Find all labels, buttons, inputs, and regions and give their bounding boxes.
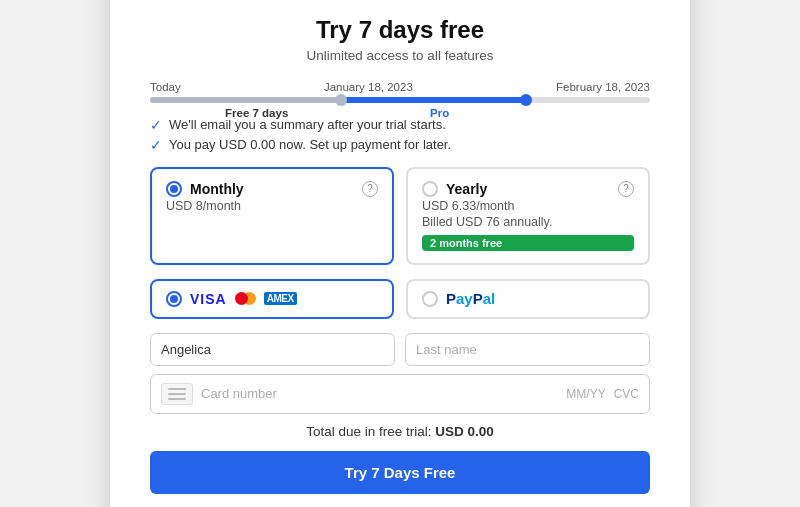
- mc-left: [235, 292, 248, 305]
- yearly-label: Yearly: [446, 181, 487, 197]
- billing-options: Monthly ? USD 8/month Yearly ? USD 6.33/…: [150, 167, 650, 265]
- payment-options: VISA AMEX PayPal: [150, 279, 650, 319]
- check-text-2: You pay USD 0.00 now. Set up payment for…: [169, 137, 451, 152]
- monthly-label: Monthly: [190, 181, 244, 197]
- timeline-labels: Today January 18, 2023 February 18, 2023: [150, 81, 650, 93]
- first-name-field[interactable]: [150, 333, 395, 366]
- billing-monthly-radio-row: Monthly: [166, 181, 244, 197]
- try-free-button[interactable]: Try 7 Days Free: [150, 451, 650, 494]
- page-title: Try 7 days free: [150, 16, 650, 44]
- checklist: ✓ We'll email you a summary after your t…: [150, 117, 650, 153]
- card-expiry-label: MM/YY: [566, 387, 605, 401]
- timeline-filled-blue: [340, 97, 525, 103]
- card-lines: [168, 388, 186, 400]
- segment-pro: Pro: [430, 107, 449, 119]
- timeline-dot-left: [335, 94, 347, 106]
- name-fields: [150, 333, 650, 366]
- paypal-icon: PayPal: [446, 290, 495, 308]
- check-item-2: ✓ You pay USD 0.00 now. Set up payment f…: [150, 137, 650, 153]
- payment-card-option[interactable]: VISA AMEX: [150, 279, 394, 319]
- monthly-radio[interactable]: [166, 181, 182, 197]
- last-name-field[interactable]: [405, 333, 650, 366]
- billing-yearly-top: Yearly ?: [422, 181, 634, 197]
- card-line-1: [168, 388, 186, 390]
- total-label: Total due in free trial:: [306, 424, 431, 439]
- card-cvc-label: CVC: [614, 387, 639, 401]
- timeline-section: Today January 18, 2023 February 18, 2023…: [150, 81, 650, 107]
- footer-text: By continuing, your 7-day free trial wil…: [150, 504, 650, 508]
- timeline-label-jan: January 18, 2023: [324, 81, 413, 93]
- check-icon-2: ✓: [150, 137, 162, 153]
- yearly-radio[interactable]: [422, 181, 438, 197]
- segment-free: Free 7 days: [225, 107, 288, 119]
- card-radio-dot: [170, 295, 178, 303]
- amex-icon: AMEX: [264, 292, 297, 305]
- card-icon: [161, 383, 193, 405]
- card-radio[interactable]: [166, 291, 182, 307]
- timeline-label-feb: February 18, 2023: [556, 81, 650, 93]
- monthly-help-icon[interactable]: ?: [362, 181, 378, 197]
- mastercard-icon: [235, 292, 256, 305]
- yearly-billed: Billed USD 76 annually.: [422, 215, 634, 229]
- billing-yearly-radio-row: Yearly: [422, 181, 487, 197]
- timeline-dot-right: [520, 94, 532, 106]
- modal: Need more seats? Check the Team plan × T…: [110, 0, 690, 507]
- timeline-track: [150, 97, 650, 103]
- billing-monthly[interactable]: Monthly ? USD 8/month: [150, 167, 394, 265]
- card-line-3: [168, 398, 186, 400]
- timeline-label-today: Today: [150, 81, 181, 93]
- payment-paypal-option[interactable]: PayPal: [406, 279, 650, 319]
- timeline-filled-gray: [150, 97, 340, 103]
- total-row: Total due in free trial: USD 0.00: [150, 424, 650, 439]
- yearly-help-icon[interactable]: ?: [618, 181, 634, 197]
- card-number-label: Card number: [201, 386, 558, 401]
- check-icon-1: ✓: [150, 117, 162, 133]
- visa-icon: VISA: [190, 291, 227, 307]
- billing-yearly[interactable]: Yearly ? USD 6.33/month Billed USD 76 an…: [406, 167, 650, 265]
- modal-body: Try 7 days free Unlimited access to all …: [110, 0, 690, 507]
- monthly-radio-dot: [170, 185, 178, 193]
- card-line-2: [168, 393, 186, 395]
- paypal-radio[interactable]: [422, 291, 438, 307]
- card-number-field[interactable]: Card number MM/YY CVC: [150, 374, 650, 414]
- page-subtitle: Unlimited access to all features: [150, 48, 650, 63]
- free-badge: 2 months free: [422, 235, 634, 251]
- total-amount: USD 0.00: [435, 424, 494, 439]
- monthly-price: USD 8/month: [166, 199, 378, 213]
- check-text-1: We'll email you a summary after your tri…: [169, 117, 446, 132]
- billing-monthly-top: Monthly ?: [166, 181, 378, 197]
- yearly-price: USD 6.33/month: [422, 199, 634, 213]
- check-item-1: ✓ We'll email you a summary after your t…: [150, 117, 650, 133]
